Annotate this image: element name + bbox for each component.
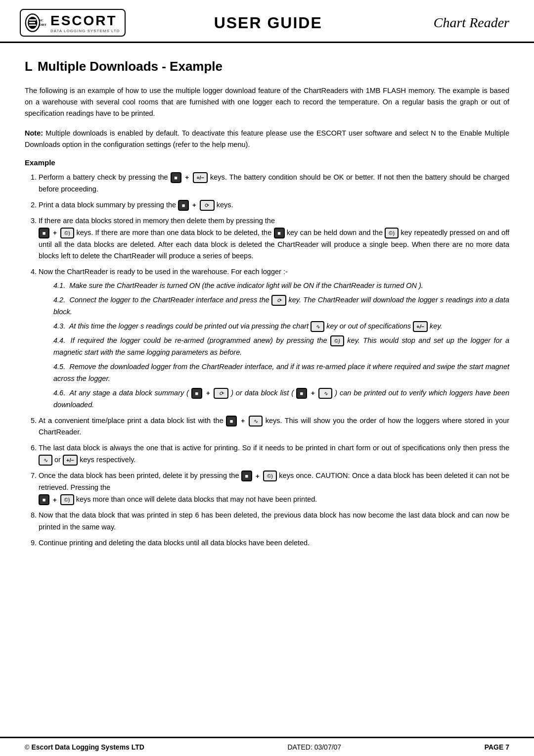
page: SC ORT ESCORT DATA LOGGING SYSTEMS LTD U…	[0, 0, 534, 756]
plus-46b: +	[311, 389, 315, 397]
note-body: Multiple downloads is enabled by default…	[25, 129, 509, 148]
step-5: At a convenient time/place print a data …	[39, 415, 509, 439]
key-square-7a: ■	[241, 471, 252, 481]
key-chart-43: ∿	[311, 321, 324, 332]
logo-box: SC ORT ESCORT DATA LOGGING SYSTEMS LTD	[20, 9, 126, 37]
svg-text:ORT: ORT	[39, 23, 46, 27]
key-chart-46b: ∿	[318, 388, 332, 399]
header: SC ORT ESCORT DATA LOGGING SYSTEMS LTD U…	[0, 0, 534, 43]
step-1: Perform a battery check by pressing the …	[39, 172, 509, 195]
key-chart-6: ∿	[39, 455, 52, 466]
key-connect-2: ⟳	[200, 200, 215, 211]
plus-7a: +	[256, 472, 260, 480]
key-square-1: ■	[171, 172, 181, 183]
logo-subtitle: DATA LOGGING SYSTEMS LTD	[50, 29, 120, 33]
note-label: Note:	[25, 129, 43, 137]
key-cycle-3a: ©)	[60, 228, 74, 238]
logo-area: SC ORT ESCORT DATA LOGGING SYSTEMS LTD	[20, 9, 126, 37]
substep-num-4-2: 4.2.	[53, 296, 65, 304]
key-square-46b: ■	[296, 388, 307, 399]
substep-num-4-4: 4.4.	[53, 336, 65, 344]
step-4: Now the ChartReader is ready to be used …	[39, 266, 509, 411]
substep-num-4-3: 4.3.	[53, 322, 65, 330]
example-heading: Example	[25, 158, 509, 167]
step-3: If there are data blocks stored in memor…	[39, 215, 509, 263]
key-pm-43: +/−	[413, 321, 428, 332]
logo-name: ESCORT	[50, 13, 120, 29]
key-connect-46a: ⟳	[214, 388, 228, 399]
substep-4-2: 4.2. Connect the logger to the ChartRead…	[53, 294, 509, 318]
copyright-symbol: ©	[25, 744, 30, 751]
footer-left: © Escort Data Logging Systems LTD	[25, 743, 144, 751]
intro-paragraph: The following is an example of how to us…	[25, 85, 509, 120]
substep-4-5: 4.5. Remove the downloaded logger from t…	[53, 361, 509, 385]
key-chart-5: ∿	[249, 416, 263, 426]
step-6: The last data block is always the one th…	[39, 442, 509, 466]
substep-4-6: 4.6. At any stage a data block summary (…	[53, 387, 509, 411]
substep-4-3: 4.3. At this time the logger s readings …	[53, 321, 509, 332]
step-2: Print a data block summary by pressing t…	[39, 199, 509, 211]
plus-1: +	[185, 174, 189, 181]
plus-3a: +	[53, 229, 57, 236]
logo-text: ESCORT DATA LOGGING SYSTEMS LTD	[50, 13, 120, 33]
key-cycle-3b: ©)	[385, 228, 399, 238]
key-pm-1: +/−	[193, 172, 208, 183]
escort-logo-icon: SC ORT	[25, 12, 46, 34]
substep-num-4-6: 4.6.	[53, 389, 65, 397]
main-content: L Multiple Downloads - Example The follo…	[0, 43, 534, 737]
svg-text:SC: SC	[39, 18, 44, 22]
footer-company: Escort Data Logging Systems LTD	[31, 743, 144, 751]
key-square-2: ■	[178, 200, 189, 211]
svg-rect-2	[29, 19, 36, 21]
key-square-7b: ■	[39, 494, 49, 505]
key-connect-42: ⟳	[271, 295, 286, 306]
key-cycle-7a: ©)	[263, 471, 277, 481]
footer: © Escort Data Logging Systems LTD DATED:…	[0, 737, 534, 756]
svg-rect-3	[29, 22, 35, 23]
section-title: L Multiple Downloads - Example	[25, 59, 509, 74]
key-cycle-44: ©)	[330, 335, 344, 346]
plus-46a: +	[206, 389, 210, 397]
substep-num-4-5: 4.5.	[53, 363, 65, 371]
steps-list: Perform a battery check by pressing the …	[39, 172, 509, 549]
substep-num-4-1: 4.1.	[53, 282, 65, 289]
plus-5: +	[241, 417, 245, 425]
key-square-3b: ■	[274, 228, 285, 238]
footer-date: DATED: 03/07/07	[287, 743, 341, 751]
key-pm-6: +/−	[63, 455, 78, 466]
substep-4-4: 4.4. If required the logger could be re-…	[53, 335, 509, 359]
plus-7b: +	[53, 496, 57, 504]
header-brand: Chart Reader	[410, 15, 509, 31]
header-title: USER GUIDE	[126, 14, 410, 32]
note-paragraph: Note: Multiple downloads is enabled by d…	[25, 128, 509, 150]
step-9: Continue printing and deleting the data …	[39, 537, 509, 549]
section-symbol: L	[25, 59, 33, 74]
sub-steps-4: 4.1. Make sure the ChartReader is turned…	[53, 280, 509, 411]
footer-page: PAGE 7	[485, 743, 509, 751]
svg-rect-4	[29, 25, 36, 26]
plus-2: +	[192, 201, 196, 209]
substep-4-1: 4.1. Make sure the ChartReader is turned…	[53, 280, 509, 292]
key-cycle-7b: ©)	[60, 494, 74, 505]
key-square-46a: ■	[191, 388, 202, 399]
key-square-3a: ■	[39, 228, 49, 238]
key-square-5: ■	[226, 416, 237, 426]
step-7: Once the data block has been printed, de…	[39, 470, 509, 506]
step-8: Now that the data block that was printed…	[39, 510, 509, 533]
section-title-text: Multiple Downloads - Example	[38, 59, 222, 74]
